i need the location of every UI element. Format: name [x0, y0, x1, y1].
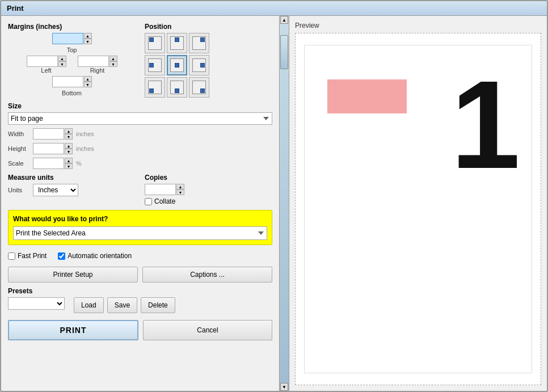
pos-bot-center[interactable]	[167, 77, 187, 98]
delete-button[interactable]: Delete	[141, 297, 175, 313]
bottom-down[interactable]: ▼	[84, 82, 92, 87]
scale-down[interactable]: ▼	[65, 163, 73, 169]
save-button[interactable]: Save	[107, 297, 137, 313]
margins-section: Margins (inches) 0,00 ▲ ▼ Top	[8, 23, 136, 98]
pos-br-dot	[200, 88, 205, 93]
pos-top-left[interactable]	[145, 33, 165, 53]
presets-select[interactable]	[8, 297, 65, 310]
pos-mr-indicator	[192, 58, 206, 72]
left-margin-spinner: ▲ ▼	[58, 56, 66, 67]
scroll-down-arrow[interactable]: ▼	[280, 383, 288, 391]
pos-bc-dot	[175, 88, 179, 93]
scale-spinner: ▲ ▼	[65, 158, 73, 169]
pos-mid-center[interactable]	[167, 55, 187, 75]
auto-orient-item: Automatic orientation	[58, 252, 132, 260]
pos-tc-indicator	[170, 36, 184, 50]
print-dialog: Print Margins (inches) 0,00 ▲ ▼	[0, 0, 548, 392]
right-label: Right	[90, 67, 105, 74]
collate-checkbox[interactable]	[145, 198, 152, 205]
captions-button[interactable]: Captions ...	[142, 267, 272, 283]
pos-tr-indicator	[192, 36, 206, 50]
top-margin-up[interactable]: ▲	[84, 33, 92, 39]
window-title: Print	[7, 4, 24, 12]
fast-print-checkbox[interactable]	[8, 252, 15, 260]
pos-bot-left[interactable]	[145, 77, 165, 98]
units-copies-row: Measure units Units Inches Centimeters M…	[8, 174, 272, 205]
copies-section: Copies 1 ▲ ▼ Collate	[145, 174, 272, 205]
fast-print-label: Fast Print	[18, 252, 47, 260]
size-select[interactable]: Fit to page Original size Custom	[8, 112, 272, 125]
copies-title: Copies	[145, 174, 272, 182]
left-margin-col: 0,00 ▲ ▼ Left	[27, 56, 66, 74]
height-field: 4,00 ▲ ▼	[33, 143, 73, 154]
copies-input[interactable]: 1	[145, 184, 176, 195]
auto-orient-checkbox[interactable]	[58, 252, 65, 260]
print-what-select[interactable]: Print the Selected Area Print the Whole …	[13, 226, 267, 240]
scroll-up-arrow[interactable]: ▲	[280, 16, 288, 24]
width-up[interactable]: ▲	[65, 128, 73, 134]
options-row: Fast Print Automatic orientation	[8, 252, 272, 260]
fast-print-item: Fast Print	[8, 252, 47, 260]
preview-panel: Preview 1	[289, 16, 547, 391]
scale-input[interactable]: 100	[33, 158, 64, 169]
size-title: Size	[8, 102, 272, 110]
scale-up[interactable]: ▲	[65, 158, 73, 163]
scale-unit: %	[76, 160, 82, 167]
width-input[interactable]: 6,00	[33, 128, 64, 140]
top-margin-field: 0,00 ▲ ▼	[52, 33, 92, 44]
copies-up[interactable]: ▲	[176, 184, 184, 189]
scale-label: Scale	[8, 160, 29, 167]
scrollbar[interactable]: ▲ ▼	[279, 16, 289, 391]
width-row: Width 6,00 ▲ ▼ inches	[8, 128, 272, 140]
cancel-button[interactable]: Cancel	[143, 320, 272, 340]
height-spinner: ▲ ▼	[65, 143, 73, 154]
height-down[interactable]: ▼	[65, 149, 73, 154]
scale-row: Scale 100 ▲ ▼ %	[8, 158, 272, 169]
pos-mid-left[interactable]	[145, 55, 165, 75]
bottom-actions: PRINT Cancel	[8, 320, 272, 340]
width-field: 6,00 ▲ ▼	[33, 128, 73, 140]
pos-bc-indicator	[170, 81, 184, 94]
right-up[interactable]: ▲	[109, 56, 117, 61]
preview-label: Preview	[295, 22, 541, 29]
height-row: Height 4,00 ▲ ▼ inches	[8, 143, 272, 154]
collate-label: Collate	[154, 197, 175, 205]
height-up[interactable]: ▲	[65, 143, 73, 149]
left-up[interactable]: ▲	[58, 56, 66, 61]
height-input[interactable]: 4,00	[33, 143, 64, 154]
units-row: Units Inches Centimeters Millimeters	[8, 184, 136, 196]
top-margin-down[interactable]: ▼	[84, 39, 92, 44]
copies-spinner: ▲ ▼	[176, 184, 184, 195]
pos-tl-dot	[149, 37, 154, 42]
presets-label: Presets	[8, 287, 272, 295]
right-margin-input[interactable]: 0,00	[78, 56, 109, 67]
scale-field: 100 ▲ ▼	[33, 158, 73, 169]
right-down[interactable]: ▼	[109, 61, 117, 67]
bottom-up[interactable]: ▲	[84, 76, 92, 82]
scrollbar-thumb[interactable]	[280, 35, 288, 69]
print-button[interactable]: PRINT	[8, 320, 138, 340]
position-section: Position	[145, 23, 272, 98]
pos-tc-dot	[175, 37, 179, 42]
left-margin-input[interactable]: 0,00	[27, 56, 58, 67]
pos-top-center[interactable]	[167, 33, 187, 53]
units-label: Units	[8, 187, 29, 193]
left-down[interactable]: ▼	[58, 61, 66, 67]
pos-bot-right[interactable]	[189, 77, 209, 98]
load-button[interactable]: Load	[74, 297, 104, 313]
printer-setup-button[interactable]: Printer Setup	[8, 267, 138, 283]
margins-title: Margins (inches)	[8, 23, 136, 31]
size-section: Size Fit to page Original size Custom Wi…	[8, 102, 272, 169]
bottom-label: Bottom	[62, 90, 82, 96]
pos-mid-right[interactable]	[189, 55, 209, 75]
bottom-margin-input[interactable]: 0,00	[52, 76, 83, 87]
top-label: Top	[67, 47, 77, 53]
top-margin-input[interactable]: 0,00	[52, 33, 83, 44]
copies-down[interactable]: ▼	[176, 189, 184, 195]
pos-top-right[interactable]	[189, 33, 209, 53]
width-down[interactable]: ▼	[65, 134, 73, 140]
measure-units-section: Measure units Units Inches Centimeters M…	[8, 174, 136, 205]
content-area: Margins (inches) 0,00 ▲ ▼ Top	[1, 16, 547, 391]
pos-tl-indicator	[148, 36, 162, 50]
units-select[interactable]: Inches Centimeters Millimeters	[33, 184, 78, 196]
